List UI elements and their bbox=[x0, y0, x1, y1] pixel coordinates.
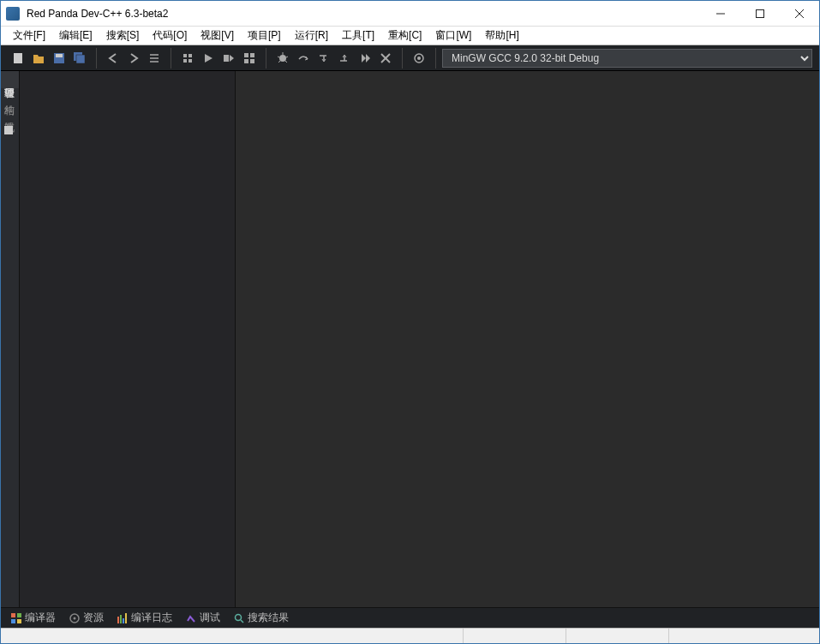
menu-code[interactable]: 代码[O] bbox=[146, 27, 194, 45]
log-icon bbox=[117, 613, 128, 623]
menu-edit[interactable]: 编辑[E] bbox=[52, 27, 99, 45]
forward-button[interactable] bbox=[123, 48, 144, 69]
window-title: Red Panda Dev-C++ 6.3-beta2 bbox=[27, 8, 701, 20]
svg-line-25 bbox=[278, 61, 280, 63]
svg-point-41 bbox=[236, 614, 242, 620]
svg-point-36 bbox=[74, 617, 76, 619]
compiler-icon bbox=[11, 613, 21, 623]
btab-debug[interactable]: 调试 bbox=[179, 609, 227, 627]
menu-view[interactable]: 视图[V] bbox=[194, 27, 241, 45]
svg-rect-15 bbox=[189, 59, 192, 63]
step-out-button[interactable] bbox=[334, 48, 355, 69]
menu-search[interactable]: 搜索[S] bbox=[99, 27, 147, 45]
menu-window[interactable]: 窗口[W] bbox=[428, 27, 478, 45]
svg-rect-31 bbox=[11, 613, 15, 617]
breakpoint-button[interactable] bbox=[409, 48, 429, 69]
debug-icon bbox=[186, 613, 196, 623]
debug-button[interactable] bbox=[272, 48, 293, 69]
editor-area[interactable] bbox=[236, 71, 819, 607]
svg-rect-17 bbox=[244, 53, 248, 57]
compiler-select[interactable]: MinGW GCC 9.2.0 32-bit Debug bbox=[442, 49, 812, 68]
side-tab-project[interactable]: 项目管理 bbox=[1, 71, 19, 88]
status-cell-1 bbox=[1, 629, 464, 643]
menu-refactor[interactable]: 重构[C] bbox=[381, 27, 428, 45]
menu-run[interactable]: 运行[R] bbox=[288, 27, 335, 45]
stop-debug-button[interactable] bbox=[375, 48, 396, 69]
svg-line-42 bbox=[241, 620, 243, 623]
side-tabs: 项目管理 结构 监视 bbox=[1, 71, 20, 607]
menu-tools[interactable]: 工具[T] bbox=[335, 27, 381, 45]
open-file-button[interactable] bbox=[28, 48, 49, 69]
step-into-button[interactable] bbox=[314, 48, 334, 69]
svg-rect-13 bbox=[189, 54, 192, 57]
svg-point-30 bbox=[417, 57, 421, 60]
svg-rect-4 bbox=[14, 53, 22, 63]
btab-log-label: 编译日志 bbox=[131, 611, 172, 625]
compile-run-button[interactable] bbox=[218, 48, 239, 69]
svg-rect-38 bbox=[120, 615, 122, 623]
svg-rect-16 bbox=[224, 55, 229, 62]
svg-rect-40 bbox=[125, 613, 127, 623]
save-button[interactable] bbox=[49, 48, 69, 69]
close-button[interactable] bbox=[780, 1, 819, 27]
svg-rect-20 bbox=[250, 59, 254, 63]
svg-rect-8 bbox=[76, 55, 85, 63]
menubar: 文件[F] 编辑[E] 搜索[S] 代码[O] 视图[V] 项目[P] 运行[R… bbox=[1, 27, 819, 45]
svg-rect-14 bbox=[183, 59, 187, 63]
compile-button[interactable] bbox=[177, 48, 198, 69]
svg-point-21 bbox=[279, 55, 286, 62]
svg-rect-32 bbox=[17, 613, 21, 617]
toolbar: MinGW GCC 9.2.0 32-bit Debug bbox=[1, 45, 819, 71]
svg-rect-6 bbox=[56, 54, 63, 57]
search-icon bbox=[234, 613, 244, 623]
svg-rect-33 bbox=[11, 619, 15, 623]
status-cell-2 bbox=[464, 629, 566, 643]
btab-resource[interactable]: 资源 bbox=[63, 609, 111, 627]
svg-rect-19 bbox=[244, 59, 248, 63]
toggle-button[interactable] bbox=[144, 48, 165, 69]
btab-search-results[interactable]: 搜索结果 bbox=[227, 609, 296, 627]
menu-help[interactable]: 帮助[H] bbox=[478, 27, 525, 45]
titlebar: Red Panda Dev-C++ 6.3-beta2 bbox=[1, 1, 819, 27]
side-tab-structure[interactable]: 结构 bbox=[1, 88, 19, 105]
svg-rect-1 bbox=[757, 9, 764, 17]
workspace: 项目管理 结构 监视 bbox=[1, 71, 819, 607]
svg-rect-12 bbox=[183, 54, 187, 57]
minimize-button[interactable] bbox=[701, 1, 740, 27]
statusbar bbox=[1, 628, 819, 643]
btab-compiler[interactable]: 编译器 bbox=[4, 609, 63, 627]
menu-project[interactable]: 项目[P] bbox=[241, 27, 288, 45]
maximize-button[interactable] bbox=[740, 1, 780, 27]
svg-rect-18 bbox=[250, 53, 254, 57]
back-button[interactable] bbox=[103, 48, 123, 69]
run-button[interactable] bbox=[198, 48, 218, 69]
step-over-button[interactable] bbox=[293, 48, 314, 69]
svg-rect-37 bbox=[117, 617, 119, 623]
svg-rect-34 bbox=[17, 619, 21, 623]
new-file-button[interactable] bbox=[8, 48, 28, 69]
status-cell-4 bbox=[669, 629, 819, 643]
btab-search-label: 搜索结果 bbox=[248, 611, 289, 625]
svg-line-23 bbox=[278, 57, 279, 57]
rebuild-button[interactable] bbox=[239, 48, 260, 69]
svg-line-24 bbox=[286, 57, 288, 57]
save-all-button[interactable] bbox=[69, 48, 90, 69]
resource-icon bbox=[69, 613, 80, 623]
btab-debug-label: 调试 bbox=[200, 611, 220, 625]
btab-compiler-label: 编译器 bbox=[25, 611, 56, 625]
side-tab-watch[interactable]: 监视 bbox=[1, 105, 19, 122]
menu-file[interactable]: 文件[F] bbox=[6, 27, 52, 45]
project-panel[interactable] bbox=[20, 71, 236, 607]
svg-rect-39 bbox=[123, 618, 124, 623]
btab-compile-log[interactable]: 编译日志 bbox=[111, 609, 179, 627]
bottom-tabs: 编译器 资源 编译日志 调试 搜索结果 bbox=[1, 607, 819, 628]
side-tab-indicator bbox=[1, 122, 19, 138]
status-cell-3 bbox=[566, 629, 669, 643]
btab-resource-label: 资源 bbox=[83, 611, 104, 625]
svg-line-26 bbox=[285, 61, 287, 63]
app-icon bbox=[6, 7, 20, 21]
continue-button[interactable] bbox=[355, 48, 375, 69]
